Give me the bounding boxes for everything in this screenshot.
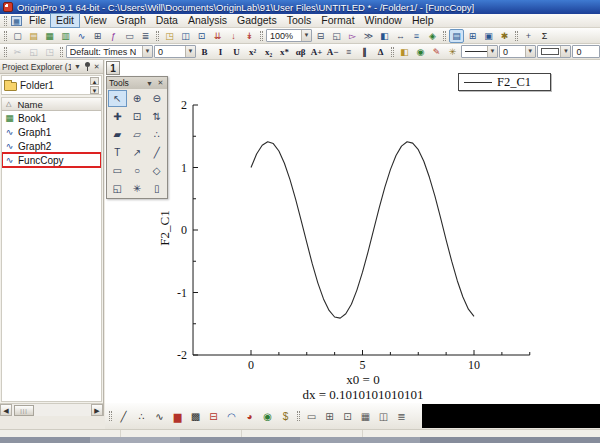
subscript-button[interactable]: x₂ <box>261 45 276 59</box>
layer-contents-icon[interactable]: ≡ <box>409 29 424 43</box>
rescale-tool[interactable]: ⇅ <box>147 108 166 125</box>
open-excel-icon[interactable]: ▦ <box>42 29 57 43</box>
toolbar-grip[interactable] <box>297 411 300 421</box>
new-graph-icon[interactable]: ∿ <box>74 29 89 43</box>
import-wizard-icon[interactable]: ⇊ <box>210 29 225 43</box>
line-tool[interactable]: ╱ <box>147 144 166 161</box>
copy-icon[interactable]: ◱ <box>26 45 41 59</box>
vertical-text-button[interactable]: ∥ <box>357 45 372 59</box>
toolbar-grip[interactable] <box>443 31 446 41</box>
close-icon[interactable]: ✕ <box>92 63 101 71</box>
close-icon[interactable]: ✕ <box>156 79 165 87</box>
pin-icon[interactable] <box>84 62 91 71</box>
screen-reader-tool[interactable]: ✚ <box>108 108 127 125</box>
toolbar-grip[interactable] <box>391 47 394 57</box>
enlarge-button[interactable]: ▭ <box>303 408 320 424</box>
menu-edit[interactable]: Edit <box>51 14 79 27</box>
toolbar-grip[interactable] <box>260 31 263 41</box>
area-plot-button[interactable]: ◠ <box>223 408 240 424</box>
document-window-icon[interactable]: ▦ <box>11 16 22 26</box>
menu-tools[interactable]: Tools <box>282 14 317 27</box>
data-reader-tool[interactable]: ⊡ <box>128 108 147 125</box>
open-icon[interactable]: ▤ <box>26 29 41 43</box>
chevron-down-icon[interactable]: ▼ <box>142 46 152 57</box>
menu-gadgets[interactable]: Gadgets <box>232 14 282 27</box>
delete-tool[interactable]: ▯ <box>147 180 166 197</box>
project-explorer-toggle-icon[interactable]: ▤ <box>449 29 464 43</box>
open-folder-icon[interactable]: ◳ <box>162 29 177 43</box>
import-multiple-ascii-icon[interactable]: ↡ <box>242 29 257 43</box>
stock-plot-button[interactable]: $ <box>277 408 294 424</box>
menu-data[interactable]: Data <box>151 14 183 27</box>
menu-graph[interactable]: Graph <box>112 14 151 27</box>
scatter-plot-button[interactable]: ∴ <box>133 408 150 424</box>
x-axis-annotation-x0[interactable]: x0 = 0 <box>251 372 475 388</box>
polar-plot-button[interactable]: ◉ <box>259 408 276 424</box>
chevron-down-icon[interactable]: ▼ <box>301 30 311 41</box>
menubar-grip[interactable] <box>4 16 7 26</box>
pie-plot-button[interactable]: ◕ <box>241 408 258 424</box>
tools-palette-titlebar[interactable]: Tools ▼ ✕ <box>107 77 167 89</box>
scroll-right-icon[interactable]: ▶ <box>91 404 103 416</box>
unmask-range-tool[interactable]: ▱ <box>128 126 147 143</box>
arrow-tool[interactable]: ↗ <box>128 144 147 161</box>
graph-window-funccopy[interactable]: 1 -2-10120510 F2_C1 F2_C1 x0 = 0 dx = 0.… <box>105 60 600 403</box>
name-column-header[interactable]: △ Name <box>2 98 101 111</box>
rectangle-tool[interactable]: ▭ <box>108 162 127 179</box>
new-project-icon[interactable]: ▢ <box>10 29 25 43</box>
save-project-icon[interactable]: ◫ <box>178 29 193 43</box>
pe-item-funccopy[interactable]: ∿ FuncCopy <box>2 153 101 167</box>
font-combo[interactable]: Default: Times N ▼ <box>66 45 153 58</box>
line-color-button[interactable]: ✎ <box>429 45 444 59</box>
slide-show-icon[interactable]: ▻ <box>345 29 360 43</box>
increase-font-button[interactable]: A+ <box>309 45 324 59</box>
data-selector-tool[interactable]: ∴ <box>147 126 166 143</box>
plot-area[interactable]: -2-10120510 <box>105 60 600 403</box>
layer-1-button[interactable]: 1 <box>106 61 120 75</box>
line-style-combo[interactable]: ▼ <box>461 45 498 58</box>
highlight-button[interactable]: ✳ <box>445 45 460 59</box>
pe-item-graph2[interactable]: ∿ Graph2 <box>2 139 101 153</box>
decrease-font-button[interactable]: A− <box>325 45 340 59</box>
column-statistics-icon[interactable]: Σ <box>537 29 552 43</box>
paste-icon[interactable]: ◳ <box>42 45 57 59</box>
curve-f2_c1[interactable] <box>251 142 474 318</box>
font-size-combo[interactable]: 0 ▼ <box>154 45 196 58</box>
underline-button[interactable]: U <box>229 45 244 59</box>
super-subscript-button[interactable]: x* <box>277 45 292 59</box>
chevron-down-icon[interactable]: ▼ <box>185 46 195 57</box>
results-log-icon[interactable]: ▣ <box>481 29 496 43</box>
chevron-down-icon[interactable]: ▼ <box>487 46 497 57</box>
print-icon[interactable]: ⊟ <box>313 29 328 43</box>
frame-style-combo[interactable]: ▼ <box>537 45 572 58</box>
tools-palette[interactable]: Tools ▼ ✕ ↖⊕⊖✚⊡⇅▰▱∴T↗╱▭○◇◱✳▯ <box>106 76 168 199</box>
line-symbol-plot-button[interactable]: ∿ <box>151 408 168 424</box>
layer-management-button[interactable]: ≣ <box>393 408 410 424</box>
mask-range-tool[interactable]: ▰ <box>108 126 127 143</box>
chevron-down-icon[interactable]: ▼ <box>145 80 154 87</box>
merge-graph-button[interactable]: ▦ <box>357 408 374 424</box>
new-workbook-icon[interactable]: ▥ <box>58 29 73 43</box>
project-explorer-header[interactable]: Project Explorer (1) ▼ ✕ <box>0 60 103 74</box>
toolbar-grip[interactable] <box>60 47 63 57</box>
scroll-down-icon[interactable]: ▼ <box>90 86 99 94</box>
folder-tree[interactable]: Folder1 ▲ ▼ <box>1 75 102 95</box>
toolbar-grip[interactable] <box>4 47 7 57</box>
insert-graph-tool[interactable]: ◱ <box>108 180 127 197</box>
new-notes-icon[interactable]: ≣ <box>138 29 153 43</box>
import-single-ascii-icon[interactable]: ↓ <box>226 29 241 43</box>
add-inset-button[interactable]: ⊡ <box>339 408 356 424</box>
extract-layer-button[interactable]: ◫ <box>375 408 392 424</box>
toolbar-grip[interactable] <box>515 31 518 41</box>
screen-capture-icon[interactable]: ◧ <box>377 29 392 43</box>
title-bar[interactable]: OriginPro 9.1 64-bit - C:\Users\Will\Doc… <box>0 0 600 14</box>
italic-button[interactable]: I <box>213 45 228 59</box>
chevron-down-icon[interactable]: ▼ <box>73 63 82 70</box>
scroll-up-icon[interactable]: ▲ <box>90 77 99 85</box>
new-layout-icon[interactable]: ▭ <box>122 29 137 43</box>
palette-button[interactable]: ◉ <box>413 45 428 59</box>
line-width-combo[interactable]: 0 ▼ <box>499 45 536 58</box>
zoom-in-tool[interactable]: ⊕ <box>128 90 147 107</box>
new-matrix-icon[interactable]: ⊞ <box>90 29 105 43</box>
print-preview-icon[interactable]: ◱ <box>329 29 344 43</box>
